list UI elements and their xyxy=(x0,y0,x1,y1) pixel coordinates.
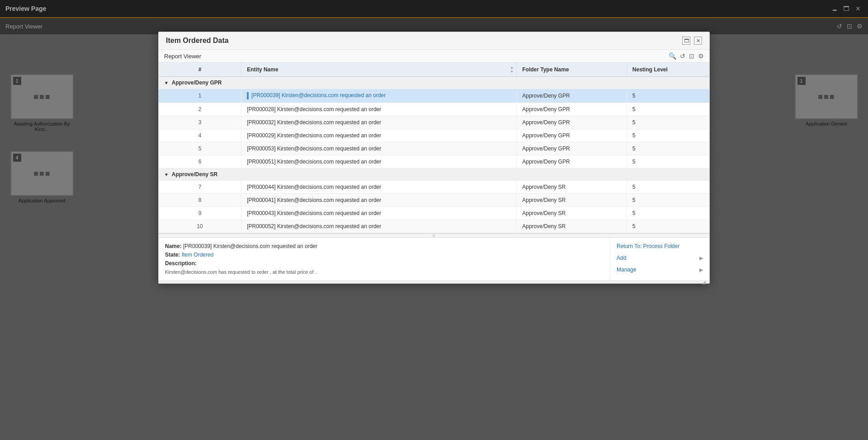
row-num: 2 xyxy=(159,103,241,116)
collapse-chevron: ▼ xyxy=(164,80,169,85)
table-row[interactable]: 9 [PR000043] Kirsten@decisions.com reque… xyxy=(159,207,709,220)
search-icon[interactable]: 🔍 xyxy=(669,52,676,60)
report-toolbar: Report Viewer 🔍 ↺ ⊡ ⚙ xyxy=(159,50,709,63)
table-row[interactable]: 5 [PR000053] Kirsten@decisions.com reque… xyxy=(159,142,709,155)
entity-text: [PR000041] Kirsten@decisions.com request… xyxy=(247,197,381,203)
row-num: 3 xyxy=(159,116,241,129)
nesting-cell: 5 xyxy=(627,220,709,233)
resize-corner-icon[interactable]: ◢ xyxy=(702,280,708,285)
detail-name-row: Name: [PR000039] Kirsten@decisions.com r… xyxy=(165,242,604,251)
entity-cell: [PR000052] Kirsten@decisions.com request… xyxy=(241,220,517,233)
group-name: Approve/Deny SR xyxy=(172,171,217,178)
action-add-arrow: ▶ xyxy=(699,255,703,261)
folder-cell: Approve/Deny GPR xyxy=(517,142,627,155)
col-header-entity[interactable]: Entity Name ▲ ▼ xyxy=(241,63,517,77)
entity-cell: [PR000041] Kirsten@decisions.com request… xyxy=(241,194,517,207)
action-return-label: Return To: Process Folder xyxy=(617,243,679,249)
data-table: # Entity Name ▲ ▼ Folder Type Name xyxy=(159,63,709,233)
col-header-nesting[interactable]: Nesting Level xyxy=(627,63,709,77)
modal-restore-button[interactable]: 🗖 xyxy=(682,37,690,45)
settings-icon-modal[interactable]: ⚙ xyxy=(698,52,704,60)
folder-cell: Approve/Deny GPR xyxy=(517,129,627,142)
table-row[interactable]: 7 [PR000044] Kirsten@decisions.com reque… xyxy=(159,181,709,194)
folder-cell: Approve/Deny SR xyxy=(517,220,627,233)
group-header-cell: ▼ Approve/Deny GPR xyxy=(159,77,709,89)
entity-text: [PR000051] Kirsten@decisions.com request… xyxy=(247,159,381,165)
row-num: 1 xyxy=(159,89,241,103)
group-header-row[interactable]: ▼ Approve/Deny GPR xyxy=(159,77,709,89)
action-manage-label: Manage xyxy=(617,267,636,273)
entity-text: [PR000043] Kirsten@decisions.com request… xyxy=(247,210,381,216)
entity-text: [PR000029] Kirsten@decisions.com request… xyxy=(247,132,381,139)
folder-cell: Approve/Deny SR xyxy=(517,181,627,194)
action-manage-arrow: ▶ xyxy=(699,267,703,273)
entity-cell: [PR000044] Kirsten@decisions.com request… xyxy=(241,181,517,194)
nesting-cell: 5 xyxy=(627,89,709,103)
detail-state-value: Item Ordered xyxy=(182,252,214,258)
nesting-cell: 5 xyxy=(627,155,709,169)
report-viewer-label: Report Viewer xyxy=(164,53,201,60)
detail-info: Name: [PR000039] Kirsten@decisions.com r… xyxy=(159,238,610,281)
entity-text: [PR000053] Kirsten@decisions.com request… xyxy=(247,145,381,152)
action-add[interactable]: Add ▶ xyxy=(610,252,709,264)
detail-panel: Name: [PR000039] Kirsten@decisions.com r… xyxy=(159,237,709,281)
nesting-cell: 5 xyxy=(627,194,709,207)
nesting-cell: 5 xyxy=(627,116,709,129)
entity-text: [PR000028] Kirsten@decisions.com request… xyxy=(247,106,381,112)
row-num: 10 xyxy=(159,220,241,233)
modal-overlay: Item Ordered Data 🗖 ✕ Report Viewer 🔍 ↺ … xyxy=(0,0,868,440)
entity-cell: [PR000028] Kirsten@decisions.com request… xyxy=(241,103,517,116)
table-row[interactable]: 2 [PR000028] Kirsten@decisions.com reque… xyxy=(159,103,709,116)
layout-icon-modal[interactable]: ⊡ xyxy=(689,52,694,60)
modal-dialog: Item Ordered Data 🗖 ✕ Report Viewer 🔍 ↺ … xyxy=(158,32,710,284)
detail-name-value: [PR000039] Kirsten@decisions.com request… xyxy=(183,243,317,249)
entity-link[interactable]: [PR000039] Kirsten@decisions.com request… xyxy=(251,92,386,98)
folder-cell: Approve/Deny SR xyxy=(517,207,627,220)
folder-cell: Approve/Deny GPR xyxy=(517,116,627,129)
modal-close-button[interactable]: ✕ xyxy=(694,37,702,45)
entity-cell: [PR000029] Kirsten@decisions.com request… xyxy=(241,129,517,142)
table-body: ▼ Approve/Deny GPR 1 [PR000039] Kirsten@… xyxy=(159,77,709,233)
report-toolbar-icons: 🔍 ↺ ⊡ ⚙ xyxy=(669,52,704,60)
modal-header: Item Ordered Data 🗖 ✕ xyxy=(159,32,709,50)
action-manage[interactable]: Manage ▶ xyxy=(610,264,709,276)
action-add-label: Add xyxy=(617,255,626,261)
row-num: 9 xyxy=(159,207,241,220)
detail-state-row: State: Item Ordered xyxy=(165,251,604,259)
action-return-to-process[interactable]: Return To: Process Folder xyxy=(610,240,709,252)
table-row[interactable]: 1 [PR000039] Kirsten@decisions.com reque… xyxy=(159,89,709,103)
entity-cell: [PR000053] Kirsten@decisions.com request… xyxy=(241,142,517,155)
collapse-chevron: ▼ xyxy=(164,172,169,177)
detail-description-row: Description: xyxy=(165,259,604,268)
detail-description-label: Description: xyxy=(165,260,197,267)
entity-cell: [PR000051] Kirsten@decisions.com request… xyxy=(241,155,517,169)
folder-cell: Approve/Deny GPR xyxy=(517,89,627,103)
refresh-icon-modal[interactable]: ↺ xyxy=(680,52,685,60)
row-num: 5 xyxy=(159,142,241,155)
group-header-cell: ▼ Approve/Deny SR xyxy=(159,169,709,181)
sort-up-icon: ▲ xyxy=(510,66,514,70)
table-row[interactable]: 6 [PR000051] Kirsten@decisions.com reque… xyxy=(159,155,709,169)
selected-bar xyxy=(247,92,249,99)
table-row[interactable]: 10 [PR000052] Kirsten@decisions.com requ… xyxy=(159,220,709,233)
detail-actions: Return To: Process Folder Add ▶ Manage ▶ xyxy=(610,238,709,281)
resize-handle[interactable]: ≡ xyxy=(159,234,709,237)
row-num: 7 xyxy=(159,181,241,194)
entity-text: [PR000044] Kirsten@decisions.com request… xyxy=(247,184,381,190)
entity-cell: [PR000043] Kirsten@decisions.com request… xyxy=(241,207,517,220)
sort-down-icon: ▼ xyxy=(510,70,514,74)
table-container[interactable]: # Entity Name ▲ ▼ Folder Type Name xyxy=(159,63,709,234)
group-header-row[interactable]: ▼ Approve/Deny SR xyxy=(159,169,709,181)
nesting-cell: 5 xyxy=(627,103,709,116)
table-row[interactable]: 3 [PR000032] Kirsten@decisions.com reque… xyxy=(159,116,709,129)
col-header-folder[interactable]: Folder Type Name xyxy=(517,63,627,77)
detail-state-label: State: xyxy=(165,252,180,258)
table-row[interactable]: 4 [PR000029] Kirsten@decisions.com reque… xyxy=(159,129,709,142)
entity-cell: [PR000039] Kirsten@decisions.com request… xyxy=(241,89,517,103)
col-header-num[interactable]: # xyxy=(159,63,241,77)
table-row[interactable]: 8 [PR000041] Kirsten@decisions.com reque… xyxy=(159,194,709,207)
nesting-cell: 5 xyxy=(627,181,709,194)
detail-name-label: Name: xyxy=(165,243,182,249)
folder-cell: Approve/Deny GPR xyxy=(517,155,627,169)
modal-title: Item Ordered Data xyxy=(166,37,229,45)
